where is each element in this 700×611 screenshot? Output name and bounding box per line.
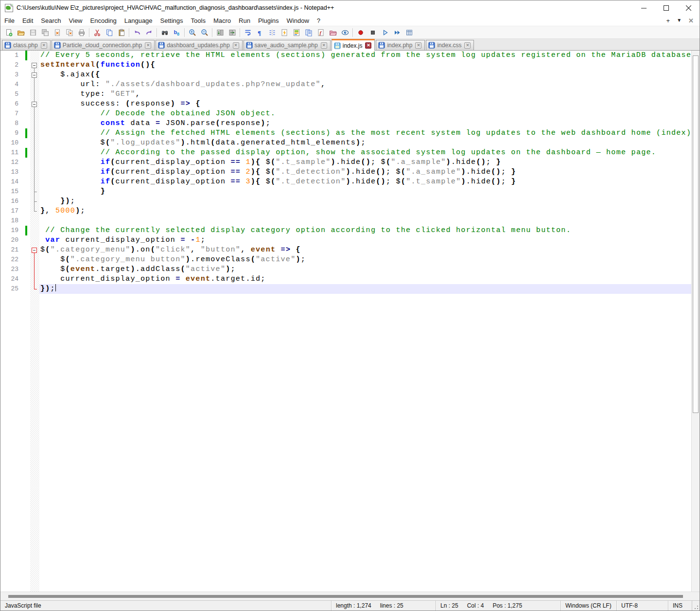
code-text[interactable]: success: (response) => { xyxy=(39,99,691,109)
fold-toggle-icon[interactable] xyxy=(30,70,39,80)
line-number[interactable]: 2 xyxy=(0,60,23,70)
code-text[interactable]: // According to the passed display optio… xyxy=(39,148,691,158)
code-text[interactable]: // Decode the obtained JSON object. xyxy=(39,109,691,119)
monitoring-icon[interactable] xyxy=(339,27,351,38)
menu-macro[interactable]: Macro xyxy=(210,16,235,25)
line-number[interactable]: 3 xyxy=(0,70,23,80)
user-defined-dialog-icon[interactable] xyxy=(278,27,290,38)
tab-save_audio_sample.php[interactable]: save_audio_sample.php✕ xyxy=(244,40,331,50)
document-list-icon[interactable] xyxy=(302,27,315,38)
status-eol-format[interactable]: Windows (CR LF) xyxy=(560,601,616,611)
tab-close-icon[interactable]: ✕ xyxy=(415,42,421,49)
menu-file[interactable]: File xyxy=(0,16,18,25)
macro-save-icon[interactable] xyxy=(403,27,415,38)
line-number[interactable]: 18 xyxy=(0,216,23,226)
resize-grip[interactable] xyxy=(692,601,700,611)
tab-Particle_cloud_connection.php[interactable]: Particle_cloud_connection.php✕ xyxy=(52,40,155,50)
line-number[interactable]: 1 xyxy=(0,51,23,60)
sync-vertical-icon[interactable] xyxy=(214,27,226,38)
menu-plugins[interactable]: Plugins xyxy=(254,16,283,25)
line-number[interactable]: 9 xyxy=(0,128,23,138)
save-all-icon[interactable] xyxy=(39,27,51,38)
code-text[interactable]: } xyxy=(39,187,691,197)
menu-view[interactable]: View xyxy=(65,16,87,25)
close-icon[interactable] xyxy=(677,0,700,15)
menu-help[interactable]: ? xyxy=(313,16,324,25)
tab-close-icon[interactable]: ✕ xyxy=(464,42,471,49)
code-text[interactable]: $(event.target).addClass("active"); xyxy=(39,265,691,274)
status-encoding[interactable]: UTF-8 xyxy=(616,601,668,611)
line-number[interactable]: 11 xyxy=(0,148,23,158)
code-text[interactable]: // Change the currently selected display… xyxy=(39,226,691,235)
show-all-characters-icon[interactable]: ¶ xyxy=(254,27,266,38)
line-number[interactable]: 20 xyxy=(0,235,23,245)
word-wrap-icon[interactable] xyxy=(242,27,254,38)
line-number[interactable]: 5 xyxy=(0,90,23,99)
code-text[interactable]: type: "GET", xyxy=(39,90,691,99)
line-number[interactable]: 15 xyxy=(0,187,23,197)
print-icon[interactable] xyxy=(75,27,88,38)
open-file-icon[interactable] xyxy=(15,27,27,38)
line-number[interactable]: 10 xyxy=(0,138,23,148)
new-file-icon[interactable] xyxy=(2,27,15,38)
tab-dashboard_updates.php[interactable]: dashboard_updates.php✕ xyxy=(156,40,242,50)
code-text[interactable]: $(".category_menu button").removeClass("… xyxy=(39,255,691,265)
macro-play-icon[interactable] xyxy=(379,27,391,38)
menu-edit[interactable]: Edit xyxy=(18,16,37,25)
code-text[interactable]: setInterval(function(){ xyxy=(39,60,691,70)
line-number[interactable]: 19 xyxy=(0,226,23,235)
line-number[interactable]: 22 xyxy=(0,255,23,265)
paste-icon[interactable] xyxy=(115,27,127,38)
find-icon[interactable] xyxy=(158,27,171,38)
vertical-scrollbar[interactable] xyxy=(691,51,700,592)
tab-close-icon[interactable]: ✕ xyxy=(145,42,151,49)
status-insert-mode[interactable]: INS xyxy=(668,601,692,611)
macro-run-multiple-icon[interactable] xyxy=(391,27,403,38)
function-list-icon[interactable]: f xyxy=(315,27,327,38)
zoom-out-icon[interactable] xyxy=(198,27,210,38)
code-text[interactable]: const data = JSON.parse(response); xyxy=(39,119,691,128)
line-number[interactable]: 12 xyxy=(0,158,23,167)
copy-icon[interactable] xyxy=(103,27,115,38)
line-number[interactable]: 16 xyxy=(0,197,23,206)
code-text[interactable]: }); xyxy=(39,197,691,206)
line-number[interactable]: 23 xyxy=(0,265,23,274)
minimize-icon[interactable] xyxy=(632,0,655,15)
tab-class.php[interactable]: class.php✕ xyxy=(2,40,51,50)
tab-index.css[interactable]: index.css✕ xyxy=(426,40,474,50)
line-number[interactable]: 6 xyxy=(0,99,23,109)
code-text[interactable]: if(current_display_option == 1){ $(".t_s… xyxy=(39,158,691,167)
code-text[interactable]: $.ajax({ xyxy=(39,70,691,80)
replace-icon[interactable]: b8 xyxy=(171,27,183,38)
redo-icon[interactable] xyxy=(143,27,155,38)
tab-close-icon[interactable]: ✕ xyxy=(321,42,327,49)
tab-list-dropdown-icon[interactable]: ▼ xyxy=(677,18,682,23)
code-text[interactable]: // Every 5 seconds, retrieve the HTML el… xyxy=(39,51,691,60)
save-file-icon[interactable] xyxy=(27,27,39,38)
line-number[interactable]: 21 xyxy=(0,245,23,255)
line-number[interactable]: 7 xyxy=(0,109,23,119)
maximize-icon[interactable] xyxy=(655,0,677,15)
vertical-scrollbar-thumb[interactable] xyxy=(693,55,699,413)
new-tab-plus-icon[interactable]: + xyxy=(666,18,670,24)
code-text[interactable]: // Assign the fetched HTML elements (sec… xyxy=(39,128,691,138)
code-text[interactable]: current_display_option = event.target.id… xyxy=(39,274,691,284)
line-number[interactable]: 24 xyxy=(0,274,23,284)
sync-horizontal-icon[interactable] xyxy=(226,27,238,38)
menu-run[interactable]: Run xyxy=(235,16,254,25)
tab-index.php[interactable]: index.php✕ xyxy=(376,40,425,50)
editor-empty-area[interactable] xyxy=(0,294,691,592)
horizontal-scrollbar[interactable] xyxy=(0,592,700,600)
line-number[interactable]: 4 xyxy=(0,80,23,90)
line-number[interactable]: 8 xyxy=(0,119,23,128)
document-map-icon[interactable] xyxy=(290,27,302,38)
menu-settings[interactable]: Settings xyxy=(157,16,187,25)
tab-index.js[interactable]: index.js✕ xyxy=(332,39,375,51)
code-text[interactable]: url: "./assets/dashboard_updates.php?new… xyxy=(39,80,691,90)
cut-icon[interactable] xyxy=(91,27,103,38)
menu-window[interactable]: Window xyxy=(283,16,313,25)
line-number[interactable]: 25 xyxy=(0,284,23,294)
menu-encoding[interactable]: Encoding xyxy=(87,16,121,25)
line-number[interactable]: 14 xyxy=(0,177,23,187)
fold-toggle-icon[interactable] xyxy=(30,245,39,255)
